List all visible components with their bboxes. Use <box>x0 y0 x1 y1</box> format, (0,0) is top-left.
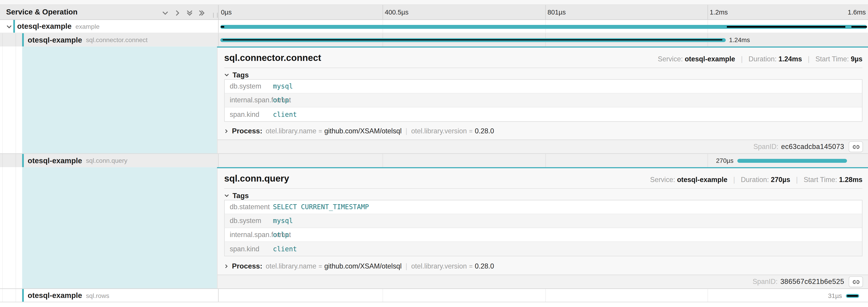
tags-table: db.statement SELECT CURRENT_TIMESTAMP db… <box>224 200 862 256</box>
span-id-footer: SpanID: 386567c621b6e525 <box>218 275 868 288</box>
equals-sign: = <box>469 128 473 134</box>
tick-line <box>708 5 708 20</box>
equals-sign: = <box>318 263 322 269</box>
meta-start-time-value: 9µs <box>851 56 863 63</box>
span-row-example[interactable]: otesql-example example <box>0 20 868 33</box>
span-detail-meta: Service: otesql-example | Duration: 1.24… <box>658 56 863 63</box>
meta-start-time-label: Start Time: <box>815 56 849 63</box>
meta-duration-label: Duration: <box>741 176 769 184</box>
top-strip <box>0 0 868 5</box>
expand-chevron-icon[interactable] <box>5 23 13 31</box>
tag-value: SELECT CURRENT_TIMESTAMP <box>273 203 369 211</box>
chevron-down-icon[interactable] <box>160 9 169 17</box>
span-bar[interactable] <box>220 38 725 42</box>
process-key: otel.library.name <box>266 127 316 135</box>
span-detail-meta: Service: otesql-example | Duration: 270µ… <box>650 176 863 184</box>
process-value: 0.28.0 <box>475 262 494 270</box>
chevron-down-icon <box>224 72 230 78</box>
chevron-right-icon <box>224 263 229 269</box>
tree-gutter <box>0 167 22 288</box>
process-key: otel.library.name <box>266 262 316 270</box>
tree-gutter <box>0 47 22 153</box>
copy-link-button[interactable] <box>848 276 863 287</box>
span-service-name: otesql-example <box>28 36 82 44</box>
tag-row[interactable]: db.system mysql <box>225 214 862 228</box>
timeline-tick-label: 0µs <box>221 8 232 16</box>
meta-service-value: otesql-example <box>677 176 727 184</box>
span-duration-label: 31µs <box>783 289 842 302</box>
span-row-sql-connector-connect[interactable]: otesql-example sql.connector.connect 1.2… <box>0 33 868 47</box>
timeline-tick-label: 1.6ms <box>848 8 866 16</box>
span-operation-name: example <box>75 23 99 29</box>
process-value: 0.28.0 <box>475 127 494 135</box>
tag-row[interactable]: span.kind client <box>225 242 862 256</box>
span-detail-content: sql.connector.connect Service: otesql-ex… <box>217 48 868 153</box>
chevron-right-icon[interactable] <box>173 9 182 17</box>
meta-start-time-value: 1.28ms <box>839 176 863 184</box>
tag-key: internal.span.format <box>225 96 273 104</box>
chevron-right-icon <box>224 128 229 133</box>
timeline-tick-label: 1.2ms <box>710 8 728 16</box>
tag-value: otlp <box>273 231 289 239</box>
span-duration-label: 270µs <box>673 154 734 167</box>
process-value: github.com/XSAM/otelsql <box>324 262 402 270</box>
tag-row[interactable]: db.system mysql <box>225 80 862 93</box>
tag-key: span.kind <box>225 245 273 253</box>
span-row-sql-conn-query[interactable]: otesql-example sql.conn.query 270µs <box>0 153 868 167</box>
chevron-down-icon <box>224 193 230 199</box>
meta-duration-label: Duration: <box>748 56 777 63</box>
copy-link-button[interactable] <box>848 141 863 152</box>
tag-key: internal.span.format <box>225 231 273 239</box>
meta-duration-value: 270µs <box>771 176 790 184</box>
tag-key: db.system <box>225 83 273 90</box>
process-label: Process: <box>232 262 262 270</box>
tags-section-header[interactable]: Tags <box>224 191 249 200</box>
double-chevron-down-icon[interactable] <box>185 9 194 17</box>
divider <box>224 188 862 189</box>
tag-value: client <box>273 245 297 253</box>
span-row-sql-rows[interactable]: otesql-example sql.rows 31µs <box>0 288 868 302</box>
tag-row[interactable]: internal.span.format otlp <box>225 93 862 107</box>
tag-row[interactable]: db.statement SELECT CURRENT_TIMESTAMP <box>225 201 862 214</box>
meta-separator: | <box>733 176 735 184</box>
timeline-ruler: 0µs 400.5µs 801µs 1.2ms 1.6ms <box>218 5 868 20</box>
span-id-label: SpanID: <box>752 278 777 285</box>
span-service-name: otesql-example <box>17 22 71 31</box>
tag-row[interactable]: span.kind client <box>225 107 862 121</box>
tag-key: db.statement <box>225 203 273 211</box>
span-bar[interactable] <box>737 159 847 163</box>
tick-line <box>546 5 546 20</box>
tag-key: span.kind <box>225 111 273 118</box>
timeline-tick-label: 400.5µs <box>385 8 408 16</box>
panel-resize-grip[interactable] <box>213 13 218 18</box>
process-section-header[interactable]: Process: otel.library.name = github.com/… <box>224 127 494 135</box>
double-chevron-right-icon[interactable] <box>197 9 206 17</box>
process-separator: | <box>405 127 407 135</box>
meta-separator: | <box>796 176 798 184</box>
span-bar[interactable] <box>846 294 859 298</box>
span-color-bar <box>22 154 24 167</box>
meta-service-label: Service: <box>658 56 683 63</box>
tag-value: otlp <box>273 96 289 104</box>
span-service-name: otesql-example <box>28 291 82 300</box>
meta-separator: | <box>741 56 743 63</box>
meta-duration-value: 1.24ms <box>779 56 802 63</box>
process-value: github.com/XSAM/otelsql <box>324 127 402 135</box>
tags-section-header[interactable]: Tags <box>224 71 249 79</box>
tag-row[interactable]: internal.span.format otlp <box>225 228 862 242</box>
process-section-header[interactable]: Process: otel.library.name = github.com/… <box>224 262 494 270</box>
span-operation-name: sql.conn.query <box>86 157 127 164</box>
process-key: otel.library.version <box>411 262 467 270</box>
trace-timeline-view: Service & Operation 0µs 400.5µs 801µs 1.… <box>0 0 868 307</box>
span-service-name: otesql-example <box>28 156 82 165</box>
meta-service-value: otesql-example <box>685 56 735 63</box>
span-bar[interactable] <box>220 25 867 29</box>
meta-separator: | <box>808 56 810 63</box>
tags-table: db.system mysql internal.span.format otl… <box>224 79 862 122</box>
selected-span-indent <box>22 47 217 153</box>
span-id-footer: SpanID: ec63cadcba145073 <box>218 140 868 153</box>
process-separator: | <box>405 262 407 270</box>
divider <box>224 67 862 68</box>
process-label: Process: <box>232 127 262 135</box>
span-duration-label: 1.24ms <box>729 33 750 47</box>
